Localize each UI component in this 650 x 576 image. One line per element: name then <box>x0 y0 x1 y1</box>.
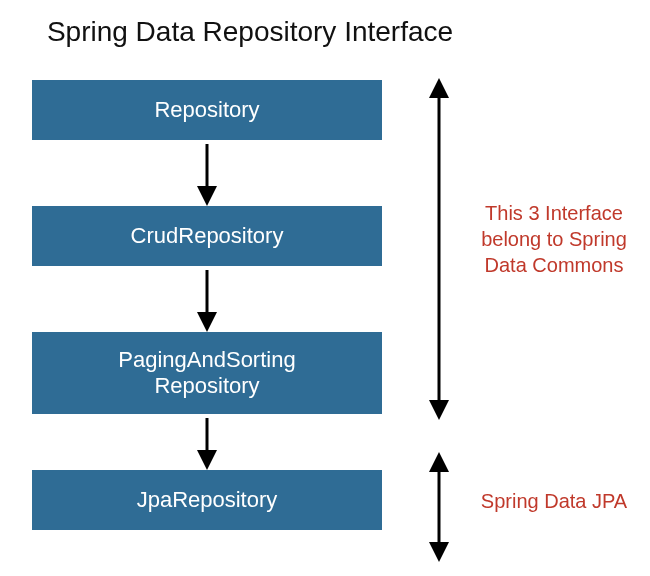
bracket-arrow-jpa <box>422 448 456 566</box>
box-paging-sorting-repository: PagingAndSorting Repository <box>32 332 382 414</box>
annotation-commons-line-1: This 3 Interface <box>485 202 623 224</box>
box-paging-sorting-label: PagingAndSorting Repository <box>118 347 295 400</box>
arrow-repo-to-crud <box>190 140 224 208</box>
arrow-paging-to-jpa <box>190 414 224 472</box>
annotation-commons-line-3: Data Commons <box>485 254 624 276</box>
box-jpa-repository: JpaRepository <box>32 470 382 530</box>
box-crud-repository: CrudRepository <box>32 206 382 266</box>
diagram-root: Spring Data Repository Interface Reposit… <box>0 0 650 576</box>
paging-line-1: PagingAndSorting <box>118 347 295 372</box>
arrow-crud-to-paging <box>190 266 224 334</box>
annotation-spring-data-commons: This 3 Interface belong to Spring Data C… <box>470 200 638 278</box>
box-repository: Repository <box>32 80 382 140</box>
paging-line-2: Repository <box>154 373 259 398</box>
box-jpa-repository-label: JpaRepository <box>137 487 278 513</box>
annotation-commons-line-2: belong to Spring <box>481 228 627 250</box>
box-crud-repository-label: CrudRepository <box>131 223 284 249</box>
bracket-arrow-commons <box>422 74 456 424</box>
diagram-title: Spring Data Repository Interface <box>0 16 500 48</box>
box-repository-label: Repository <box>154 97 259 123</box>
annotation-spring-data-jpa: Spring Data JPA <box>470 488 638 514</box>
